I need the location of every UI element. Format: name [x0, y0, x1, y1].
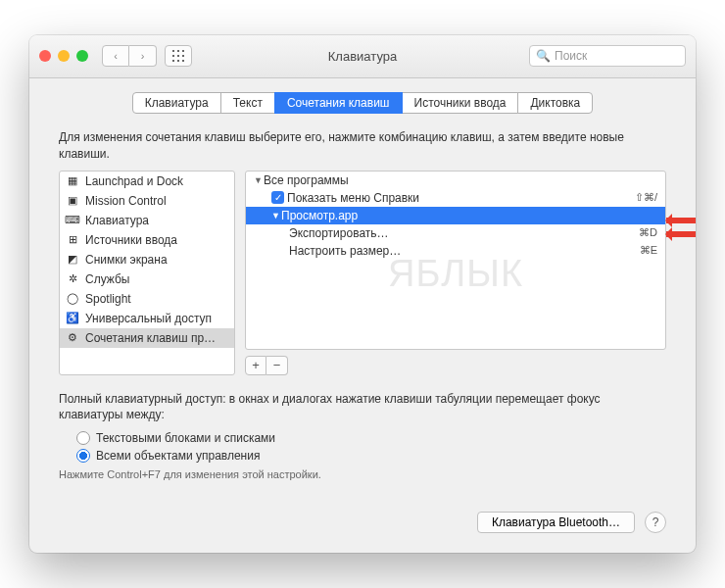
tab-keyboard[interactable]: Клавиатура [132, 92, 221, 114]
group-preview-app[interactable]: ▼ Просмотр.app [246, 207, 665, 224]
content: Клавиатура Текст Сочетания клавиш Источн… [29, 78, 696, 498]
nav-buttons: ‹ › [102, 45, 157, 67]
tab-dictation[interactable]: Диктовка [517, 92, 593, 114]
shortcut-key[interactable]: ⇧⌘/ [635, 191, 657, 204]
sidebar-item-mission[interactable]: ▣Mission Control [60, 191, 234, 211]
launchpad-icon: ▦ [66, 174, 79, 188]
footer: Клавиатура Bluetooth… ? [29, 498, 696, 553]
shortcut-key[interactable]: ⌘E [640, 244, 657, 257]
annotation-arrows [666, 212, 696, 243]
arrow-icon [666, 216, 696, 225]
bluetooth-keyboard-button[interactable]: Клавиатура Bluetooth… [477, 512, 635, 533]
svg-rect-5 [182, 55, 184, 57]
add-remove-buttons: + − [245, 356, 666, 375]
mission-control-icon: ▣ [66, 194, 79, 208]
radio-group: Текстовыми блоками и списками Всеми объе… [76, 429, 666, 465]
hint-text: Нажмите Control+F7 для изменения этой на… [59, 468, 666, 480]
show-all-button[interactable] [165, 45, 192, 67]
shortcut-key[interactable]: ⌘D [639, 226, 657, 239]
tab-text[interactable]: Текст [220, 92, 275, 114]
tab-shortcuts[interactable]: Сочетания клавиш [274, 92, 403, 114]
radio-icon[interactable] [76, 449, 90, 463]
search-placeholder: Поиск [555, 49, 587, 63]
radio-text-controls[interactable]: Текстовыми блоками и списками [76, 429, 666, 447]
checkbox-icon[interactable]: ✓ [271, 191, 284, 204]
app-shortcuts-icon: ⚙ [66, 331, 79, 345]
shortcut-list[interactable]: ▼ Все программы ✓ Показать меню Справки … [245, 171, 666, 350]
zoom-icon[interactable] [76, 50, 88, 62]
sidebar-item-app-shortcuts[interactable]: ⚙Сочетания клавиш пр… [60, 328, 234, 348]
svg-rect-2 [182, 50, 184, 52]
sidebar-item-input[interactable]: ⊞Источники ввода [60, 230, 234, 250]
search-input[interactable]: 🔍 Поиск [529, 45, 686, 67]
svg-rect-3 [172, 55, 174, 57]
help-button[interactable]: ? [645, 512, 666, 533]
keyboard-icon: ⌨ [66, 214, 79, 227]
shortcut-row-resize[interactable]: Настроить размер… ⌘E [246, 242, 665, 260]
tabbar: Клавиатура Текст Сочетания клавиш Источн… [59, 92, 666, 114]
grid-icon [172, 50, 184, 62]
preferences-window: ‹ › Клавиатура 🔍 Поиск Клавиатура Текст … [29, 35, 696, 553]
sidebar-item-keyboard[interactable]: ⌨Клавиатура [60, 211, 234, 230]
titlebar: ‹ › Клавиатура 🔍 Поиск [29, 35, 696, 78]
sidebar-item-spotlight[interactable]: ◯Spotlight [60, 289, 234, 309]
close-icon[interactable] [39, 50, 51, 62]
sidebar-item-services[interactable]: ✲Службы [60, 270, 234, 289]
input-sources-icon: ⊞ [66, 233, 79, 247]
sidebar-item-screenshot[interactable]: ◩Снимки экрана [60, 250, 234, 270]
shortcut-row-help-menu[interactable]: ✓ Показать меню Справки ⇧⌘/ [246, 189, 665, 207]
forward-button[interactable]: › [129, 45, 157, 67]
tab-input-sources[interactable]: Источники ввода [402, 92, 519, 114]
arrow-icon [666, 229, 696, 239]
group-all-programs[interactable]: ▼ Все программы [246, 172, 665, 189]
sidebar-item-launchpad[interactable]: ▦Launchpad и Dock [60, 172, 234, 191]
add-button[interactable]: + [245, 356, 266, 375]
minimize-icon[interactable] [58, 50, 70, 62]
radio-icon[interactable] [76, 431, 90, 445]
panels: ▦Launchpad и Dock ▣Mission Control ⌨Клав… [59, 171, 666, 375]
svg-rect-4 [177, 55, 179, 57]
svg-rect-6 [172, 60, 174, 62]
radio-all-controls[interactable]: Всеми объектами управления [76, 447, 666, 465]
category-list[interactable]: ▦Launchpad и Dock ▣Mission Control ⌨Клав… [59, 171, 235, 375]
sidebar-item-accessibility[interactable]: ♿Универсальный доступ [60, 309, 234, 328]
back-button[interactable]: ‹ [102, 45, 129, 67]
accessibility-icon: ♿ [66, 312, 79, 325]
right-area: ▼ Все программы ✓ Показать меню Справки … [245, 171, 666, 375]
screenshot-icon: ◩ [66, 253, 79, 267]
svg-rect-1 [177, 50, 179, 52]
remove-button[interactable]: − [266, 356, 288, 375]
search-icon: 🔍 [536, 49, 551, 63]
shortcut-row-export[interactable]: Экспортировать… ⌘D [246, 224, 665, 242]
disclosure-triangle-icon[interactable]: ▼ [271, 211, 281, 220]
svg-rect-0 [172, 50, 174, 52]
fka-note: Полный клавиатурный доступ: в окнах и ди… [59, 391, 666, 424]
spotlight-icon: ◯ [66, 292, 79, 306]
traffic-lights [39, 50, 88, 62]
svg-rect-7 [177, 60, 179, 62]
disclosure-triangle-icon[interactable]: ▼ [254, 175, 264, 185]
services-icon: ✲ [66, 272, 79, 286]
instruction-text: Для изменения сочетания клавиш выберите … [59, 129, 666, 163]
svg-rect-8 [182, 60, 184, 62]
